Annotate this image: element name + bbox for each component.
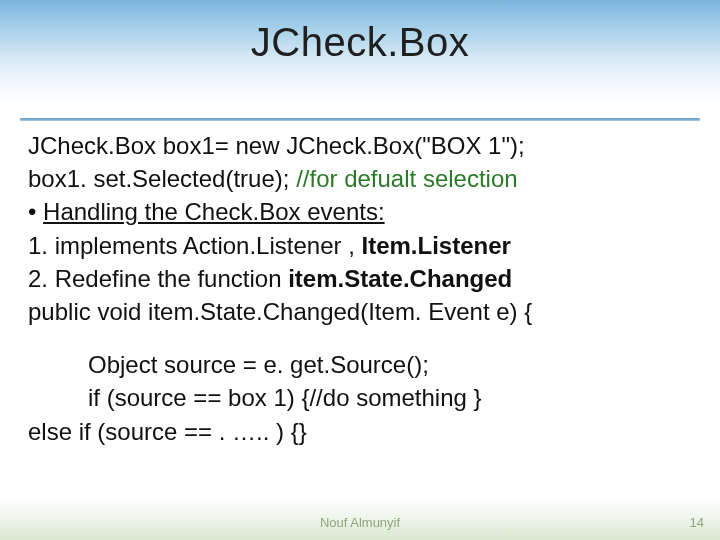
code-text: if (source == box 1) {//do something } [88, 384, 482, 411]
title-divider [20, 118, 700, 121]
numbered-line-2: 2. Redefine the function item.State.Chan… [28, 263, 692, 294]
body-content: JCheck.Box box1= new JCheck.Box("BOX 1")… [28, 130, 692, 449]
code-text: public void item.State.Changed(Item. Eve… [28, 298, 532, 325]
footer-author: Nouf Almunyif [0, 515, 720, 530]
code-comment: //for defualt selection [296, 165, 517, 192]
code-line-1: JCheck.Box box1= new JCheck.Box("BOX 1")… [28, 130, 692, 161]
slide: JCheck.Box JCheck.Box box1= new JCheck.B… [0, 0, 720, 540]
code-line-6: public void item.State.Changed(Item. Eve… [28, 296, 692, 327]
numbered-line-1: 1. implements Action.Listener , Item.Lis… [28, 230, 692, 261]
code-text: JCheck.Box box1= new JCheck.Box("BOX 1")… [28, 132, 525, 159]
footer-page-number: 14 [690, 515, 704, 530]
list-text: 2. Redefine the function [28, 265, 288, 292]
code-text: else if (source == . ….. ) {} [28, 418, 307, 445]
code-line-2: box1. set.Selected(true); //for defualt … [28, 163, 692, 194]
bold-text: Item.Listener [362, 232, 511, 259]
title-area: JCheck.Box [0, 20, 720, 65]
page-title: JCheck.Box [251, 20, 469, 64]
list-text: 1. implements Action.Listener , [28, 232, 362, 259]
bold-text: item.State.Changed [288, 265, 512, 292]
code-text: box1. set.Selected(true); [28, 165, 296, 192]
code-text: Object source = e. get.Source(); [88, 351, 429, 378]
code-line-7: Object source = e. get.Source(); [28, 349, 692, 380]
code-line-8: if (source == box 1) {//do something } [28, 382, 692, 413]
bullet-marker: • [28, 198, 43, 225]
code-line-9: else if (source == . ….. ) {} [28, 416, 692, 447]
section-heading: Handling the Check.Box events: [43, 198, 385, 225]
bullet-line: • Handling the Check.Box events: [28, 196, 692, 227]
